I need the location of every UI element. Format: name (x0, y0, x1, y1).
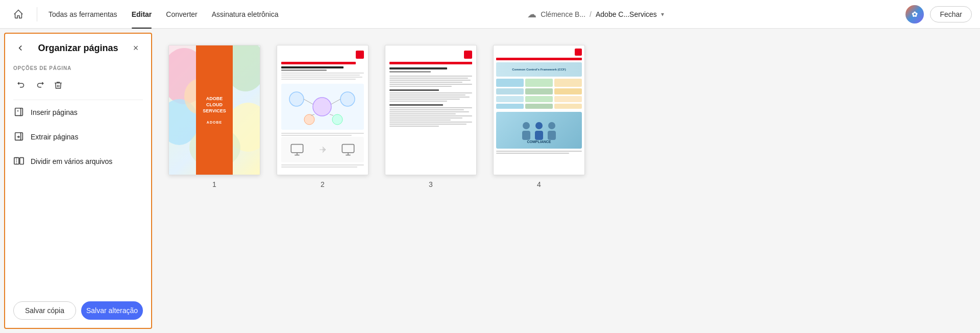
fw-cell-1 (496, 79, 524, 87)
breadcrumb-user: Clémence B... (541, 10, 585, 18)
organize-pages-panel: Organizar páginas × OPÇÕES DE PÁGINA (4, 33, 152, 329)
sidebar-title: Organizar páginas (38, 43, 118, 54)
arrow-icon (317, 145, 328, 155)
cover-brand: ADOBE (207, 121, 222, 124)
fw-cell-10 (496, 104, 524, 109)
computer-icon-1 (290, 142, 304, 157)
adobe-logo-p4 (575, 49, 582, 56)
cover-page-art: ADOBE CLOUD SERVICES ADOBE (169, 45, 260, 175)
svg-rect-3 (15, 133, 21, 140)
undo-button[interactable] (13, 77, 30, 93)
p3-l12 (389, 107, 472, 108)
doc-diagram (281, 84, 364, 130)
p3-l10 (389, 99, 460, 100)
fw-cell-4 (496, 88, 524, 94)
svg-line-20 (331, 99, 340, 104)
p3-l17 (389, 117, 462, 118)
p3-l11 (389, 101, 447, 102)
p3-l1 (389, 76, 472, 77)
svg-point-16 (340, 92, 355, 106)
back-button[interactable] (13, 41, 28, 55)
page-number-2: 2 (321, 180, 325, 188)
p3-subtitle (389, 71, 431, 73)
page-number-4: 4 (537, 180, 541, 188)
close-button[interactable]: Fechar (930, 6, 972, 22)
nav-edit[interactable]: Editar (125, 0, 159, 29)
fw-cell-9 (554, 96, 582, 102)
p3-l5 (389, 84, 472, 85)
page-thumbnail-1: ADOBE CLOUD SERVICES ADOBE (168, 45, 260, 175)
compliance-svg: COMPLIANCE (516, 116, 562, 145)
fw-row-3 (496, 96, 582, 102)
svg-point-18 (332, 114, 342, 125)
save-copy-button[interactable]: Salvar cópia (13, 301, 76, 320)
cover-orange-bar: ADOBE CLOUD SERVICES ADOBE (196, 45, 233, 175)
page-number-1: 1 (212, 180, 216, 188)
page-item-1[interactable]: ADOBE CLOUD SERVICES ADOBE 1 (168, 45, 260, 188)
p3-l14 (389, 111, 469, 112)
p3-heading2 (389, 89, 439, 91)
redo-button[interactable] (32, 77, 48, 93)
top-navigation: Todas as ferramentas Editar Converter As… (0, 0, 980, 29)
sidebar-close-button[interactable]: × (129, 41, 143, 55)
save-changes-button[interactable]: Salvar alteração (81, 301, 143, 320)
svg-rect-34 (548, 131, 556, 140)
doc-subtitle-bar (281, 69, 327, 71)
page-item-2[interactable]: 2 (277, 45, 369, 188)
svg-point-15 (313, 98, 331, 116)
fw-cell-7 (496, 96, 524, 102)
page-item-4[interactable]: Common Control's Framework (CCF) (493, 45, 585, 188)
split-files-icon (13, 156, 24, 167)
p4-l2 (496, 153, 569, 154)
fw-cell-2 (525, 79, 553, 87)
p3-heading3 (389, 104, 443, 106)
p3-l21 (389, 126, 439, 127)
fw-row-1 (496, 79, 582, 87)
svg-line-22 (330, 114, 333, 115)
svg-rect-32 (535, 131, 543, 140)
sidebar-header: Organizar páginas × (5, 34, 151, 60)
svg-point-33 (548, 122, 555, 129)
doc-title-bar (281, 66, 344, 68)
doc-line-8 (281, 167, 357, 168)
nav-all-tools[interactable]: Todas as ferramentas (41, 0, 125, 29)
delete-button[interactable] (50, 77, 66, 93)
section-label: OPÇÕES DE PÁGINA (5, 60, 151, 74)
p3-l15 (389, 113, 456, 114)
p3-l9 (389, 97, 470, 98)
fw-cell-3 (554, 79, 582, 87)
nav-signature[interactable]: Assinatura eletrônica (205, 0, 286, 29)
framework-header: Common Control's Framework (CCF) (496, 62, 582, 77)
nav-converter[interactable]: Converter (159, 0, 204, 29)
chevron-down-icon[interactable]: ▾ (661, 11, 664, 18)
p3-l2 (389, 78, 468, 79)
fw-cell-11 (525, 104, 553, 109)
p4-red-bar (496, 58, 582, 60)
p3-l7 (389, 92, 472, 93)
avatar[interactable]: ✿ (905, 5, 924, 23)
fw-cell-12 (554, 104, 582, 109)
breadcrumb-separator: / (590, 10, 592, 18)
fw-cell-8 (525, 96, 553, 102)
adobe-logo-red (356, 51, 364, 59)
breadcrumb-doc: Adobe C...Services (596, 10, 657, 18)
extract-pages-item[interactable]: Extrair páginas (5, 125, 151, 149)
pages-content-area: ADOBE CLOUD SERVICES ADOBE 1 (156, 29, 980, 333)
page-thumbnail-4: Common Control's Framework (CCF) (493, 45, 585, 175)
doc-line-2 (281, 75, 360, 76)
page-item-3[interactable]: 3 (385, 45, 477, 188)
doc-line-1 (281, 73, 364, 74)
fw-row-4 (496, 104, 582, 109)
doc-line-7 (281, 164, 364, 165)
p3-l18 (389, 120, 451, 121)
doc-page-content (277, 45, 368, 174)
home-button[interactable] (8, 4, 29, 25)
svg-rect-30 (522, 131, 530, 140)
fw-row-2 (496, 88, 582, 94)
svg-point-31 (535, 122, 543, 129)
insert-pages-item[interactable]: Inserir páginas (5, 100, 151, 125)
split-files-item[interactable]: Dividir em vários arquivos (5, 149, 151, 174)
p3-l3 (389, 80, 471, 81)
svg-rect-23 (291, 145, 303, 153)
topnav-right-actions: ✿ Fechar (905, 5, 972, 23)
